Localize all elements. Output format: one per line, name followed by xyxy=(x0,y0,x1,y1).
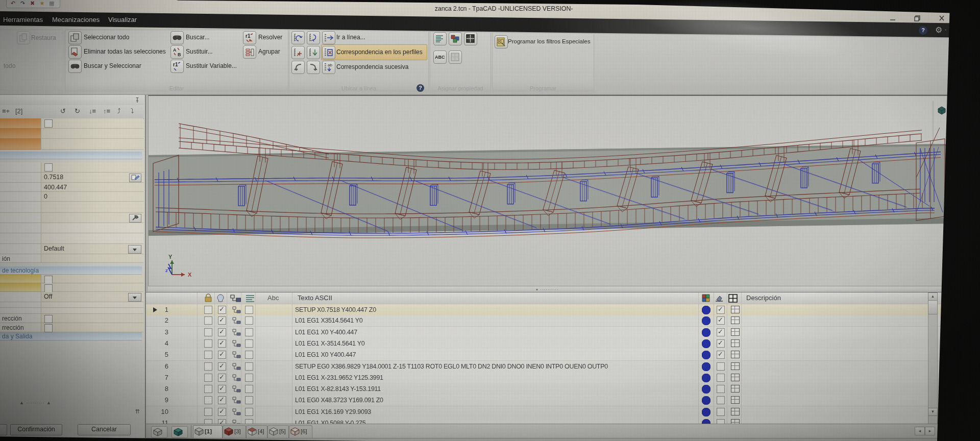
menu-item-herramientas[interactable]: Herramientas xyxy=(3,15,43,25)
row-checkbox-select[interactable] xyxy=(204,374,212,382)
checkbox[interactable] xyxy=(44,119,53,128)
scroll-down-button[interactable]: ▾ xyxy=(928,408,938,416)
scroll-thumb[interactable] xyxy=(928,300,938,314)
row-checkbox-4[interactable] xyxy=(245,339,253,348)
table-row[interactable]: 2L01 EG1 X3514.5641 Y0 xyxy=(146,315,948,327)
replace-ab-4-icon[interactable]: AB xyxy=(170,45,184,59)
row-grid-icon[interactable] xyxy=(731,362,740,370)
dropdown-button[interactable] xyxy=(128,245,141,254)
graphics-viewport[interactable]: YXZ xyxy=(148,95,949,286)
teal-lines-icon[interactable] xyxy=(433,32,447,45)
property-value[interactable]: 0 xyxy=(41,192,143,202)
table-row[interactable]: 7L01 EG1 X-231.9652 Y125.3991 xyxy=(146,372,948,384)
row-grid-icon[interactable] xyxy=(731,351,740,358)
row-checkbox-select[interactable] xyxy=(204,306,212,314)
row-checkbox-visible[interactable] xyxy=(218,316,226,325)
tab-3[interactable]: [3] xyxy=(223,425,246,438)
tab-5[interactable]: [5] xyxy=(267,425,289,438)
match-profiles-icon[interactable] xyxy=(322,46,335,59)
sidebar-list-plus-icon[interactable]: ≡+ xyxy=(2,107,10,115)
table-row[interactable]: 4L01 EG1 X-3514.5641 Y0 xyxy=(146,338,948,350)
row-checkbox-visible[interactable] xyxy=(218,351,226,359)
table-row[interactable]: 5L01 EG1 X0 Y400.447 xyxy=(146,349,948,361)
row-grid-icon[interactable] xyxy=(731,385,740,393)
clipped-button[interactable] xyxy=(0,424,7,435)
ribbon-help-icon[interactable]: ? xyxy=(416,84,424,92)
row-checkbox-4[interactable] xyxy=(245,385,253,393)
row-checkbox-visible[interactable] xyxy=(218,362,226,371)
row-checkbox-select[interactable] xyxy=(204,385,212,393)
hscroll-left-button[interactable]: ◂ xyxy=(915,427,925,435)
ribbon-button-7[interactable]: Agrupar xyxy=(258,48,280,55)
row-checkbox-visible[interactable] xyxy=(218,339,226,348)
row-color-dot[interactable] xyxy=(702,385,710,394)
row-color-dot[interactable] xyxy=(702,362,710,371)
row-checkbox-select[interactable] xyxy=(204,339,212,348)
row-checkbox-4[interactable] xyxy=(245,362,253,371)
property-value[interactable]: Default xyxy=(41,244,143,254)
row-grid-icon[interactable] xyxy=(731,396,740,404)
dark-grid-icon[interactable] xyxy=(464,32,477,45)
binoculars-3-icon[interactable] xyxy=(170,31,184,44)
match-next-icon[interactable]: ab xyxy=(322,61,335,74)
curve-left-icon[interactable] xyxy=(291,61,305,74)
row-grid-icon[interactable] xyxy=(731,328,740,336)
row-checkbox-4[interactable] xyxy=(245,374,253,382)
list-jump-icon[interactable] xyxy=(307,31,320,44)
binoculars-2-icon[interactable] xyxy=(68,60,82,73)
table-row[interactable]: 9L01 EG0 X48.3723 Y169.091 Z0 xyxy=(146,395,948,406)
minimize-button[interactable] xyxy=(884,13,901,23)
ribbon-button-6[interactable]: Resolver xyxy=(258,34,282,41)
row-grid-icon[interactable] xyxy=(731,306,740,313)
faded-grid-icon[interactable] xyxy=(449,51,462,64)
menu-item-mecanizaciones[interactable]: Mecanizaciones xyxy=(52,15,100,25)
tab-4[interactable]: [4] xyxy=(246,425,267,438)
row-checkbox-select[interactable] xyxy=(204,408,212,416)
row-checkbox-desc[interactable] xyxy=(717,351,725,359)
restore-button[interactable] xyxy=(909,13,926,23)
curve-right-icon[interactable] xyxy=(307,61,320,74)
table-row[interactable]: 1SETUP X0.7518 Y400.447 Z0 xyxy=(146,304,948,316)
checkbox[interactable] xyxy=(44,276,53,284)
row-grid-icon[interactable] xyxy=(731,408,740,415)
row-checkbox-desc[interactable] xyxy=(717,374,725,382)
row-checkbox-select[interactable] xyxy=(204,396,212,404)
sidebar-brackets-2-icon[interactable]: [2] xyxy=(15,107,22,115)
row-color-dot[interactable] xyxy=(702,374,710,382)
table-row[interactable]: 8L01 EG1 X-82.8143 Y-153.1911 xyxy=(146,383,948,395)
ribbon-button-3[interactable]: Buscar... xyxy=(186,34,210,41)
row-checkbox-visible[interactable] xyxy=(218,385,226,393)
row-grid-icon[interactable] xyxy=(731,339,740,347)
collapse-chevron-icon[interactable]: ⇈ xyxy=(135,408,140,415)
hscroll-right-button[interactable]: ▸ xyxy=(925,427,935,435)
help-button[interactable]: ? xyxy=(919,26,927,35)
checkbox[interactable] xyxy=(44,324,53,332)
row-color-dot[interactable] xyxy=(702,316,710,325)
ribbon-button-programar-filtros[interactable]: Programar los filtros Especiales xyxy=(508,38,591,44)
checkbox[interactable] xyxy=(44,163,53,172)
property-value[interactable]: 400.447 xyxy=(41,183,143,192)
ribbon-button-correspondencia-perfiles[interactable]: Correspondencia en los perfiles xyxy=(336,48,423,56)
ribbon-button-4[interactable]: Sustituir... xyxy=(186,48,213,55)
view-wireframe-button[interactable] xyxy=(151,426,167,438)
replace-var-5-icon[interactable]: r1 xyxy=(170,60,184,73)
list-down-icon[interactable] xyxy=(307,46,320,59)
sidebar-list-down-icon[interactable]: ↓≡ xyxy=(89,107,96,115)
row-checkbox-select[interactable] xyxy=(204,316,212,325)
row-checkbox-desc[interactable] xyxy=(717,396,725,404)
row-checkbox-4[interactable] xyxy=(245,396,253,404)
row-checkbox-select[interactable] xyxy=(204,328,212,336)
row-color-dot[interactable] xyxy=(702,396,710,405)
sidebar-refresh-ccw-icon[interactable]: ↺ xyxy=(60,107,66,115)
checkbox[interactable] xyxy=(44,315,53,323)
cancel-button[interactable]: Cancelar xyxy=(78,424,131,435)
row-color-dot[interactable] xyxy=(702,306,710,314)
confirm-button[interactable]: Confirmación xyxy=(10,424,62,435)
pin-icon[interactable] xyxy=(134,96,141,104)
row-checkbox-4[interactable] xyxy=(245,408,253,416)
scroll-up-button[interactable]: ▴ xyxy=(928,292,938,301)
ribbon-button-correspondencia-sucesiva[interactable]: Correspondencia sucesiva xyxy=(336,63,408,70)
tool-button[interactable] xyxy=(129,214,141,223)
restore-doc-icon[interactable] xyxy=(17,31,30,44)
row-checkbox-desc[interactable] xyxy=(717,385,725,393)
